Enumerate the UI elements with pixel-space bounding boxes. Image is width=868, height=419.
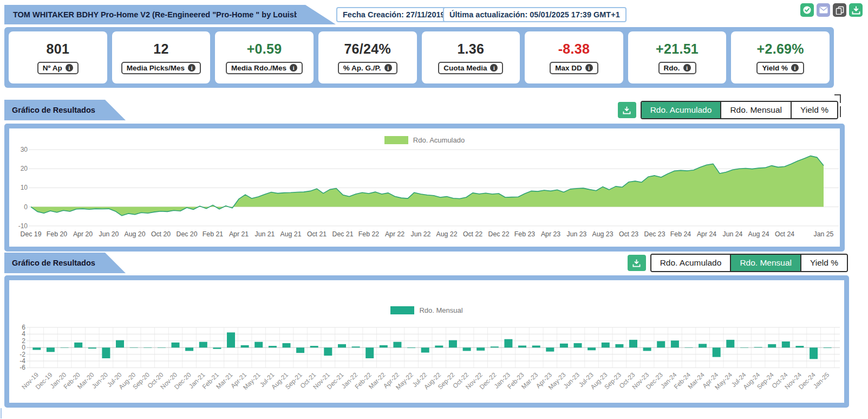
stat-card-picks-month: 12 Media Picks/Mesi [112,31,211,83]
stat-label: Nº Ap [43,64,62,72]
svg-text:Dec 19: Dec 19 [21,230,42,238]
creation-date-box: Fecha Creación: 27/11/2019 [336,7,452,22]
info-icon[interactable]: i [683,64,691,72]
message-button[interactable] [817,3,830,17]
stat-label-chip: Max DDi [550,62,598,74]
stat-card-avg-result-month: +0.59 Media Rdo./Mesi [215,31,314,83]
tipster-title-ribbon: TOM WHITAKER BDHY Pro-Home V2 (Re-Engine… [4,5,336,24]
stat-label-chip: Yield %i [756,62,804,74]
svg-text:Apr 24: Apr 24 [697,230,716,238]
chart-mode-tabs: Rdo. Acumulado Rdo. Mensual Yield % [641,101,838,119]
section-toolbar: Rdo. Acumulado Rdo. Mensual Yield % [628,254,848,272]
stat-label: Media Picks/Mes [127,64,185,72]
info-icon[interactable]: i [791,64,799,72]
svg-text:Jun 24: Jun 24 [723,230,743,238]
svg-text:Jan-25: Jan-25 [812,371,831,390]
svg-text:Feb 24: Feb 24 [670,230,691,238]
legend-swatch [390,306,414,314]
section-title-ribbon: Gráfico de Resultados [4,100,126,120]
tab-yield[interactable]: Yield % [800,255,847,271]
svg-text:Jun 22: Jun 22 [411,230,431,238]
cumulative-area-chart[interactable]: 3020100-10Dec 19Feb 20Apr 20Jun 20Aug 20… [9,144,840,247]
stat-value: 12 [153,41,168,57]
chart-download-button[interactable] [628,255,646,271]
stat-value: 1.36 [457,41,484,57]
stat-value: +0.59 [247,41,282,57]
svg-text:Aug 20: Aug 20 [125,230,146,238]
svg-text:Feb 20: Feb 20 [47,230,67,238]
chart-legend: Rdo. Acumulado [9,128,840,144]
svg-text:Feb 22: Feb 22 [358,230,379,238]
svg-text:0: 0 [24,203,28,211]
stat-card-avg-odds: 1.36 Cuota Mediai [422,31,520,83]
svg-text:Oct 21: Oct 21 [307,230,327,238]
chart-legend: Rdo. Mensual [9,280,844,314]
svg-text:Dec 23: Dec 23 [644,230,665,238]
section-title: Gráfico de Resultados [4,106,95,114]
stat-label-chip: Rdo.i [658,62,696,74]
stat-card-yield: +2.69% Yield %i [731,31,830,83]
info-icon[interactable]: i [290,64,297,72]
svg-text:Aug 24: Aug 24 [748,230,769,238]
envelope-icon [819,7,828,14]
chart-mode-tabs: Rdo. Acumulado Rdo. Mensual Yield % [650,254,848,272]
svg-text:Oct 23: Oct 23 [619,230,638,238]
chart-download-button[interactable] [618,102,636,118]
header-action-buttons [800,3,863,17]
stat-value: 76/24% [344,41,391,57]
stat-value: 801 [47,41,70,57]
tab-rdo-acumulado[interactable]: Rdo. Acumulado [651,255,730,271]
info-icon[interactable]: i [188,64,195,72]
stat-label: % Ap. G./P. [343,64,381,72]
monthly-bar-chart[interactable]: 6420-2-4-6Nov-19Dec-19Jan-20Feb-20Mar-20… [9,314,844,406]
creation-date-label: Fecha Creación: 27/11/2019 [343,10,445,19]
section-header-monthly: Gráfico de Resultados Rdo. Acumulado Rdo… [4,253,849,273]
svg-text:Oct 20: Oct 20 [151,230,171,238]
info-icon[interactable]: i [490,64,498,72]
stat-label: Cuota Media [443,64,487,72]
copy-button[interactable] [833,3,846,17]
tab-rdo-mensual[interactable]: Rdo. Mensual [730,255,800,271]
info-icon[interactable]: i [66,64,73,72]
stat-card-num-picks: 801 Nº Api [9,31,107,83]
stat-label-chip: Nº Api [37,62,79,74]
svg-text:Jun 23: Jun 23 [567,230,587,238]
svg-text:-10: -10 [18,222,28,230]
stat-label-chip: Cuota Mediai [438,62,503,74]
svg-text:Dec 20: Dec 20 [177,230,198,238]
svg-text:Apr 22: Apr 22 [385,230,404,238]
legend-label: Rdo. Mensual [419,306,462,314]
svg-text:Dec 22: Dec 22 [488,230,510,238]
cumulative-chart-panel: Rdo. Acumulado 3020100-10Dec 19Feb 20Apr… [4,124,845,252]
stat-card-max-drawdown: -8.38 Max DDi [525,31,623,83]
info-icon[interactable]: i [384,64,392,72]
svg-text:30: 30 [21,146,28,153]
tab-yield[interactable]: Yield % [791,102,837,118]
page-edge-mark [1,408,2,418]
section-toolbar: Rdo. Acumulado Rdo. Mensual Yield % [618,101,838,119]
stat-value: +21.51 [656,41,699,57]
stats-summary-bar: 801 Nº Api 12 Media Picks/Mesi +0.59 Med… [4,27,834,88]
info-icon[interactable]: i [585,64,593,72]
copy-icon [836,6,844,15]
svg-text:Jun 20: Jun 20 [99,230,119,238]
svg-text:Jun-20: Jun-20 [90,371,110,390]
monthly-chart-panel: Rdo. Mensual 6420-2-4-6Nov-19Dec-19Jan-2… [4,275,849,408]
svg-text:10: 10 [21,184,28,191]
verified-button[interactable] [800,3,814,17]
stray-tick-mark [840,106,841,117]
svg-text:-6: -6 [19,364,25,371]
svg-text:Jun-23: Jun-23 [562,371,582,390]
tab-rdo-acumulado[interactable]: Rdo. Acumulado [642,102,721,118]
stat-label-chip: Media Picks/Mesi [121,62,201,74]
section-header-cumulative: Gráfico de Resultados Rdo. Acumulado Rdo… [4,100,845,120]
svg-text:Jan 25: Jan 25 [814,230,834,238]
svg-text:Feb 21: Feb 21 [203,230,223,238]
svg-text:20: 20 [21,165,28,172]
stat-label-chip: Media Rdo./Mesi [226,62,303,74]
download-button[interactable] [849,3,863,17]
legend-swatch [384,136,408,144]
download-icon [852,6,860,15]
tab-rdo-mensual[interactable]: Rdo. Mensual [720,102,791,118]
svg-text:Apr 20: Apr 20 [73,230,93,238]
